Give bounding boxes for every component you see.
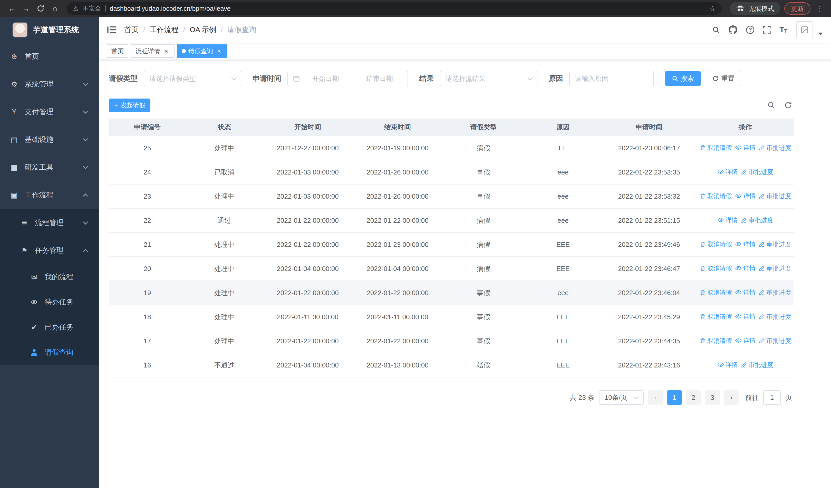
sidebar-item-task-mgmt[interactable]: ⚑任务管理 (0, 237, 99, 264)
avatar[interactable] (796, 21, 813, 38)
search-icon[interactable] (712, 26, 720, 34)
page-button-3[interactable]: 3 (705, 390, 720, 405)
breadcrumb-item[interactable]: 工作流程 (150, 25, 179, 35)
table-row: 24已取消2022-01-03 00:00:002022-01-26 00:00… (109, 160, 794, 184)
page-button-1[interactable]: 1 (667, 390, 682, 405)
table-row: 20处理中2022-01-04 00:00:002022-01-04 00:00… (109, 257, 794, 281)
breadcrumb-item[interactable]: OA 示例 (190, 25, 216, 35)
reset-button[interactable]: 重置 (706, 71, 741, 86)
refresh-icon[interactable] (784, 101, 792, 109)
trash-icon (699, 265, 706, 271)
address-bar[interactable]: ⚠ 不安全 dashboard.yudao.iocoder.cn/bpm/oa/… (67, 2, 722, 14)
cancel-leave-link[interactable]: 取消请假 (699, 337, 732, 345)
sidebar-item-done-tasks[interactable]: ✔已办任务 (0, 315, 99, 340)
cancel-leave-link[interactable]: 取消请假 (699, 240, 732, 248)
tab-leave-query[interactable]: 请假查询× (177, 45, 227, 58)
tags-bar: 首页流程详情×请假查询× (99, 42, 831, 60)
tab-close-icon[interactable]: × (216, 48, 223, 55)
security-label[interactable]: 不安全 (83, 4, 101, 12)
detail-link[interactable]: 详情 (717, 216, 738, 224)
detail-link[interactable]: 详情 (735, 288, 755, 296)
back-icon[interactable]: ← (5, 2, 19, 15)
cell-applied: 2022-01-22 23:46:47 (602, 257, 696, 281)
progress-link[interactable]: 审批进度 (741, 168, 773, 176)
apply-time-range-picker[interactable]: 开始日期 - 结束日期 (287, 71, 408, 86)
detail-link[interactable]: 详情 (735, 144, 755, 152)
create-leave-button[interactable]: + 发起请假 (109, 98, 150, 112)
sidebar-item-home[interactable]: ⊕首页 (0, 42, 99, 70)
github-icon[interactable] (728, 25, 737, 34)
hamburger-icon[interactable] (107, 26, 116, 34)
chat-icon: ✉ (30, 273, 38, 281)
cancel-leave-link[interactable]: 取消请假 (699, 313, 732, 321)
cell-type: 病假 (442, 233, 524, 257)
sidebar-item-system[interactable]: ⚙系统管理 (0, 70, 99, 98)
progress-link[interactable]: 审批进度 (741, 361, 773, 369)
result-select[interactable]: 请选择流结果 (440, 71, 537, 86)
bookmark-star-icon[interactable]: ☆ (709, 4, 716, 13)
home-icon[interactable]: ⌂ (48, 2, 62, 15)
cell-end: 2022-01-22 00:00:00 (353, 281, 442, 305)
progress-link[interactable]: 审批进度 (741, 216, 773, 224)
sidebar-item-devtools[interactable]: ▦研发工具 (0, 153, 99, 181)
cell-reason: EE (524, 136, 602, 160)
detail-link[interactable]: 详情 (717, 360, 738, 369)
reason-input[interactable] (569, 71, 654, 86)
cancel-leave-link[interactable]: 取消请假 (699, 192, 732, 200)
sidebar-item-todo-tasks[interactable]: 待办任务 (0, 290, 99, 315)
cell-applied: 2022-01-22 23:53:35 (602, 160, 696, 184)
start-date-placeholder[interactable]: 开始日期 (303, 74, 348, 83)
search-button[interactable]: 搜索 (665, 71, 700, 86)
sidebar-item-leave-query[interactable]: 请假查询 (0, 340, 99, 365)
progress-link[interactable]: 审批进度 (758, 192, 791, 200)
fullscreen-icon[interactable] (763, 26, 771, 34)
progress-link[interactable]: 审批进度 (758, 144, 791, 152)
cancel-leave-link[interactable]: 取消请假 (699, 289, 732, 297)
cell-reason: eee (524, 160, 602, 184)
end-date-placeholder[interactable]: 结束日期 (357, 74, 402, 83)
detail-link[interactable]: 详情 (717, 168, 738, 176)
sidebar-item-infra[interactable]: ▤基础设施 (0, 126, 99, 153)
page-size-select[interactable]: 10条/页 (599, 390, 643, 405)
page-button-2[interactable]: 2 (686, 390, 700, 405)
goto-page-input[interactable] (763, 390, 781, 405)
workflow-icon: ▣ (10, 191, 19, 199)
reload-icon[interactable] (34, 2, 47, 15)
breadcrumb-item[interactable]: 首页 (124, 25, 139, 35)
progress-link[interactable]: 审批进度 (758, 264, 791, 272)
detail-link[interactable]: 详情 (735, 336, 755, 345)
incognito-icon (736, 5, 745, 11)
cancel-leave-link[interactable]: 取消请假 (699, 144, 732, 152)
detail-link[interactable]: 详情 (735, 240, 755, 248)
url-text[interactable]: dashboard.yudao.iocoder.cn/bpm/oa/leave (110, 5, 705, 12)
forward-icon[interactable]: → (20, 2, 33, 15)
browser-toolbar: ← → ⌂ ⚠ 不安全 dashboard.yudao.iocoder.cn/b… (0, 0, 831, 17)
sidebar-item-workflow[interactable]: ▣工作流程 (0, 181, 99, 209)
cancel-leave-link[interactable]: 取消请假 (699, 264, 732, 272)
leave-type-select[interactable]: 请选择请假类型 (144, 71, 241, 86)
font-size-icon[interactable]: TT (779, 26, 787, 34)
tab-process-detail[interactable]: 流程详情× (131, 45, 174, 58)
detail-link[interactable]: 详情 (735, 264, 755, 272)
progress-link[interactable]: 审批进度 (758, 240, 791, 248)
next-page-button[interactable]: › (724, 390, 739, 405)
detail-link[interactable]: 详情 (735, 312, 755, 321)
tools-icon: ▦ (10, 163, 19, 172)
sidebar-item-payment[interactable]: ¥支付管理 (0, 98, 99, 126)
sidebar-item-process-mgmt[interactable]: ≣流程管理 (0, 209, 99, 237)
search-toggle-icon[interactable] (767, 101, 775, 109)
progress-link[interactable]: 审批进度 (758, 337, 791, 345)
prev-page-button[interactable]: ‹ (648, 390, 663, 405)
progress-link[interactable]: 审批进度 (758, 313, 791, 321)
tab-close-icon[interactable]: × (163, 48, 170, 55)
kebab-menu-icon[interactable]: ⋮ (812, 2, 826, 15)
edit-icon (758, 241, 765, 247)
progress-link[interactable]: 审批进度 (758, 289, 791, 297)
detail-link[interactable]: 详情 (735, 192, 755, 200)
avatar-caret-icon[interactable] (818, 33, 823, 35)
incognito-label: 无痕模式 (748, 4, 774, 13)
help-icon[interactable]: ? (746, 26, 754, 34)
sidebar-item-my-process[interactable]: ✉我的流程 (0, 264, 99, 290)
tab-home[interactable]: 首页 (107, 45, 128, 58)
update-button[interactable]: 更新 (784, 2, 810, 14)
